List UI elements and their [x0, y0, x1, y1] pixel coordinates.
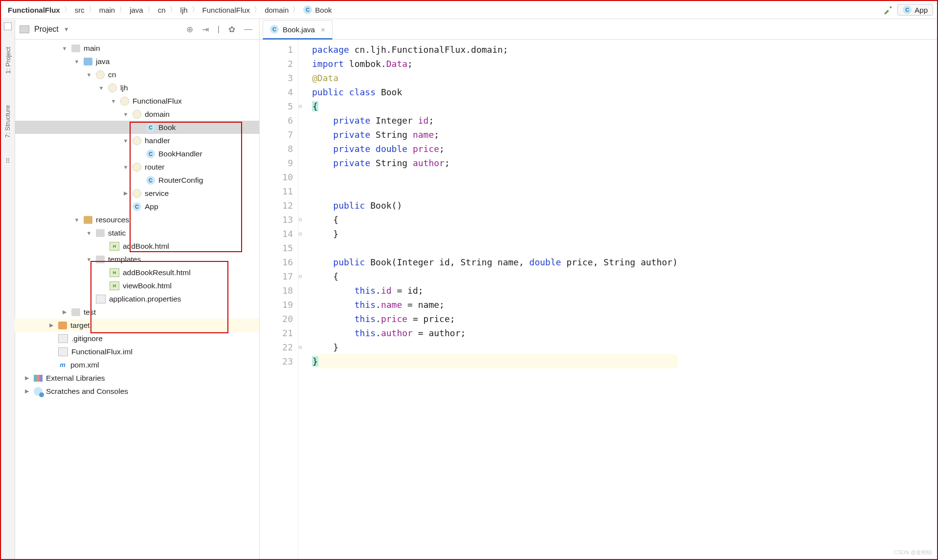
tree-node[interactable]: ▼handler	[15, 134, 259, 147]
tree-node[interactable]: ▼router	[15, 160, 259, 173]
tree-node[interactable]: ▶service	[15, 187, 259, 200]
code-line[interactable]: this.price = price;	[312, 312, 678, 326]
tree-node[interactable]: HaddBook.html	[15, 239, 259, 253]
tree-node[interactable]: FunctionalFlux.iml	[15, 345, 259, 358]
project-panel-title[interactable]: Project	[34, 25, 59, 34]
code-line[interactable]: @Data	[312, 71, 678, 85]
code-line[interactable]: {	[312, 213, 678, 227]
rail-structure-tab[interactable]: 7: Structure	[4, 105, 12, 138]
tree-node[interactable]: ▼resources	[15, 213, 259, 226]
tree-node[interactable]: ▶test	[15, 305, 259, 319]
chevron-right-icon[interactable]: ▶	[23, 388, 30, 394]
tree-node[interactable]: ▼FunctionalFlux	[15, 94, 259, 108]
tree-node[interactable]: ▼java	[15, 55, 259, 68]
breadcrumb-item[interactable]: FunctionalFlux	[200, 6, 253, 14]
code-line[interactable]	[312, 184, 678, 198]
chevron-down-icon[interactable]: ▼	[122, 138, 129, 144]
chevron-down-icon[interactable]: ▼	[122, 164, 129, 170]
code-line[interactable]: this.author = author;	[312, 326, 678, 340]
breadcrumb-item[interactable]: src	[72, 6, 88, 14]
project-panel-header: Project ▼ ⊕ ⇥ | ✿ —	[15, 20, 259, 40]
chevron-right-icon[interactable]: ▶	[48, 322, 55, 328]
breadcrumb-item[interactable]: CBook	[300, 5, 335, 14]
build-icon[interactable]	[884, 5, 893, 15]
hide-icon[interactable]: —	[242, 24, 254, 34]
code-lines[interactable]: package cn.ljh.FunctionalFlux.domain;imp…	[305, 40, 678, 559]
code-line[interactable]: package cn.ljh.FunctionalFlux.domain;	[312, 43, 678, 57]
chevron-down-icon[interactable]: ▼	[61, 45, 68, 51]
code-line[interactable]: private Integer id;	[312, 113, 678, 128]
close-icon[interactable]: ×	[321, 25, 325, 34]
breadcrumb-item[interactable]: main	[96, 6, 118, 14]
code-line[interactable]: }	[312, 340, 678, 354]
code-line[interactable]	[312, 170, 678, 184]
tree-node[interactable]: mpom.xml	[15, 358, 259, 371]
code-line[interactable]: this.id = id;	[312, 283, 678, 298]
tree-node[interactable]: ▼cn	[15, 68, 259, 81]
collapse-icon[interactable]: ⇥	[200, 24, 211, 35]
chevron-down-icon[interactable]: ▼	[86, 230, 92, 236]
tree-node[interactable]: ▼templates	[15, 253, 259, 266]
fold-handle[interactable]: ⊟	[299, 99, 302, 113]
chevron-right-icon[interactable]: ▶	[122, 190, 129, 196]
gear-icon[interactable]: ✿	[226, 24, 237, 35]
rail-dots-icon[interactable]: ⠿	[5, 157, 10, 165]
tree-node[interactable]: HaddBookResult.html	[15, 266, 259, 279]
tree-node[interactable]: CBookHandler	[15, 147, 259, 160]
code-line[interactable]: public Book()	[312, 198, 678, 213]
chevron-down-icon[interactable]: ▼	[73, 59, 80, 65]
code-editor[interactable]: 1234567891011121314151617181920212223 ⊟⊟…	[260, 40, 937, 559]
breadcrumb-item[interactable]: ljh	[178, 6, 191, 14]
breadcrumb-item[interactable]: cn	[155, 6, 169, 14]
rail-square-icon[interactable]	[4, 22, 12, 30]
tree-node[interactable]: ▼domain	[15, 108, 259, 121]
chevron-down-icon[interactable]: ▼	[98, 85, 105, 91]
code-line[interactable]: import lombok.Data;	[312, 57, 678, 71]
run-config-button[interactable]: C App	[897, 4, 933, 16]
tree-node[interactable]: CApp	[15, 200, 259, 213]
breadcrumb-item[interactable]: java	[127, 6, 146, 14]
code-line[interactable]: public Book(Integer id, String name, dou…	[312, 255, 678, 269]
code-line[interactable]: this.name = name;	[312, 298, 678, 312]
code-line[interactable]: public class Book	[312, 85, 678, 99]
tree-node[interactable]: CBook	[15, 121, 259, 134]
chevron-down-icon[interactable]: ▼	[86, 257, 92, 262]
chevron-down-icon[interactable]: ▼	[110, 98, 117, 104]
project-tree[interactable]: ▼main▼java▼cn▼ljh▼FunctionalFlux▼domainC…	[15, 40, 259, 559]
chevron-down-icon[interactable]: ▼	[64, 26, 69, 33]
breadcrumb-item[interactable]: domain	[262, 6, 291, 14]
chevron-right-icon[interactable]: ▶	[23, 375, 30, 381]
locate-icon[interactable]: ⊕	[184, 24, 195, 35]
fold-handle[interactable]: ⊟	[299, 269, 302, 283]
code-line[interactable]: {	[312, 269, 678, 283]
code-line[interactable]: private double price;	[312, 142, 678, 156]
code-line[interactable]	[312, 241, 678, 255]
tree-node[interactable]: ▼main	[15, 42, 259, 55]
fold-handle[interactable]: ⊟	[299, 340, 302, 354]
code-line[interactable]: }	[312, 354, 678, 368]
tree-node[interactable]: .gitignore	[15, 332, 259, 345]
tree-node[interactable]: ▼ljh	[15, 81, 259, 94]
code-line[interactable]: private String name;	[312, 128, 678, 142]
tree-node[interactable]: ▼static	[15, 226, 259, 239]
code-line[interactable]: private String author;	[312, 156, 678, 170]
code-line[interactable]: {	[312, 99, 678, 113]
chevron-down-icon[interactable]: ▼	[86, 72, 92, 78]
fold-handle[interactable]: ⊟	[299, 213, 302, 227]
tree-node[interactable]: ▶External Libraries	[15, 371, 259, 385]
fold-handle[interactable]: ⊟	[299, 227, 302, 241]
chevron-right-icon[interactable]: ▶	[61, 309, 68, 315]
tree-node[interactable]: application.properties	[15, 292, 259, 305]
tree-node[interactable]: ▶Scratches and Consoles	[15, 385, 259, 398]
fold-column[interactable]: ⊟⊟⊟⊟⊟	[298, 40, 305, 559]
code-line[interactable]: }	[312, 227, 678, 241]
chevron-down-icon[interactable]: ▼	[73, 217, 80, 223]
rail-project-tab[interactable]: 1: Project	[4, 47, 12, 74]
tree-node[interactable]: CRouterConfig	[15, 173, 259, 187]
tree-node[interactable]: HviewBook.html	[15, 279, 259, 292]
breadcrumb[interactable]: FunctionalFlux〉src〉main〉java〉cn〉ljh〉Func…	[5, 5, 335, 14]
tree-node[interactable]: ▶target	[15, 319, 259, 332]
chevron-down-icon[interactable]: ▼	[122, 111, 129, 117]
editor-tab-book[interactable]: C Book.java ×	[263, 20, 333, 40]
breadcrumb-item[interactable]: FunctionalFlux	[5, 6, 63, 14]
